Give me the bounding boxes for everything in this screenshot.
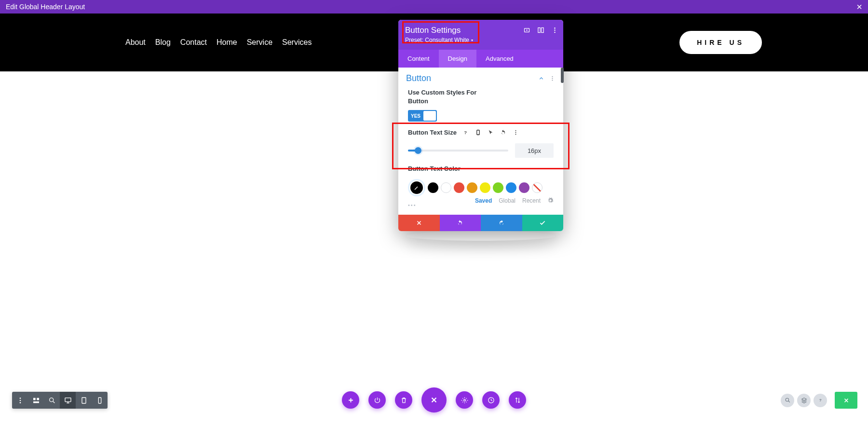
svg-point-15 [515, 134, 516, 135]
nav-link[interactable]: Blog [155, 38, 171, 47]
svg-point-17 [19, 399, 21, 401]
button-settings-panel: Button Settings Preset: Consultant White… [398, 20, 563, 231]
text-size-label: Button Text Size [408, 129, 457, 136]
more-icon[interactable] [551, 27, 558, 34]
hire-us-button[interactable]: HIRE US [679, 31, 762, 54]
trash-button[interactable] [395, 391, 412, 409]
svg-point-22 [49, 398, 53, 401]
svg-point-14 [515, 132, 516, 133]
svg-rect-2 [538, 28, 540, 33]
reset-icon[interactable] [499, 128, 507, 137]
color-swatch[interactable] [441, 182, 451, 193]
scrollbar[interactable] [561, 68, 564, 83]
confirm-button[interactable] [522, 215, 564, 231]
power-button[interactable] [368, 391, 386, 409]
color-swatch[interactable] [493, 182, 503, 193]
help-icon[interactable]: ? [814, 394, 827, 407]
desktop-icon[interactable] [60, 392, 76, 409]
svg-point-5 [554, 29, 556, 31]
zoom-icon[interactable] [44, 392, 60, 409]
svg-point-12 [478, 134, 478, 134]
redo-button[interactable] [481, 215, 522, 231]
text-size-input[interactable] [515, 143, 554, 158]
add-button[interactable] [342, 391, 359, 409]
nav-link[interactable]: Service [247, 38, 272, 47]
more-icon[interactable] [512, 128, 520, 137]
hover-icon[interactable] [487, 128, 495, 137]
color-tab-global[interactable]: Global [499, 197, 515, 204]
history-button[interactable] [482, 391, 500, 409]
svg-text:?: ? [819, 398, 821, 402]
color-tab-recent[interactable]: Recent [522, 197, 541, 204]
page-title: Edit Global Header Layout [6, 3, 85, 11]
nav-link[interactable]: Home [217, 38, 237, 47]
svg-point-18 [19, 402, 21, 403]
toggle-knob [423, 111, 436, 121]
view-toolbar [12, 392, 108, 409]
panel-header[interactable]: Button Settings Preset: Consultant White [398, 20, 563, 50]
builder-actions [342, 387, 526, 413]
section-title-button[interactable]: Button [406, 73, 431, 83]
svg-point-6 [554, 32, 556, 33]
color-swatch[interactable] [454, 182, 464, 193]
settings-button[interactable] [456, 391, 473, 409]
builder-right-actions: ? [781, 392, 857, 409]
wireframe-icon[interactable] [28, 392, 44, 409]
panel-tabs: Content Design Advanced [398, 50, 563, 68]
color-picker-button[interactable] [408, 179, 425, 196]
chevron-up-icon[interactable] [538, 75, 544, 82]
gear-icon[interactable] [547, 197, 554, 204]
nav-link[interactable]: Contact [180, 38, 207, 47]
more-icon[interactable] [12, 392, 28, 409]
nav-link[interactable]: Services [282, 38, 312, 47]
svg-point-9 [552, 80, 553, 81]
more-colors[interactable]: ••• [408, 202, 417, 208]
close-builder-button[interactable] [421, 387, 447, 413]
help-icon[interactable]: ? [461, 128, 470, 137]
toggle-yes-label: YES [411, 113, 420, 119]
tab-advanced[interactable]: Advanced [476, 50, 523, 68]
custom-styles-toggle[interactable]: YES [408, 110, 437, 122]
columns-icon[interactable] [537, 27, 544, 34]
svg-rect-25 [98, 398, 101, 403]
svg-point-26 [463, 399, 465, 401]
custom-styles-label: Use Custom Styles For Button [408, 88, 488, 105]
svg-rect-24 [82, 398, 86, 403]
responsive-icon[interactable] [523, 27, 530, 34]
text-color-label: Button Text Color [408, 165, 554, 173]
color-swatch[interactable] [519, 182, 529, 193]
nav-link[interactable]: About [125, 38, 146, 47]
svg-text:?: ? [464, 130, 467, 135]
layers-icon[interactable] [797, 394, 811, 407]
svg-rect-21 [33, 401, 39, 403]
tab-design[interactable]: Design [439, 50, 476, 68]
text-size-slider[interactable] [408, 150, 508, 152]
tab-content[interactable]: Content [398, 50, 439, 68]
svg-point-1 [526, 29, 528, 31]
search-icon[interactable] [781, 394, 794, 407]
color-swatch[interactable] [428, 182, 438, 193]
more-icon[interactable] [549, 75, 556, 82]
preset-dropdown[interactable]: Preset: Consultant White [405, 37, 473, 43]
svg-point-16 [19, 398, 21, 399]
svg-point-8 [552, 78, 553, 79]
tablet-icon[interactable] [76, 392, 92, 409]
phone-icon[interactable] [474, 128, 482, 137]
svg-point-28 [786, 398, 789, 401]
color-tab-saved[interactable]: Saved [475, 197, 492, 204]
mobile-icon[interactable] [92, 392, 108, 409]
color-swatch[interactable] [506, 182, 516, 193]
sort-button[interactable] [509, 391, 526, 409]
discard-button[interactable] [398, 215, 440, 231]
save-close-button[interactable] [835, 392, 857, 409]
svg-point-4 [554, 28, 556, 29]
svg-rect-23 [65, 398, 71, 401]
color-swatch[interactable] [480, 182, 490, 193]
close-icon[interactable]: × [856, 1, 862, 13]
color-swatch[interactable] [467, 182, 477, 193]
svg-rect-3 [542, 28, 543, 33]
color-swatch-none[interactable] [532, 182, 542, 193]
svg-point-13 [515, 130, 516, 131]
undo-button[interactable] [440, 215, 481, 231]
svg-point-7 [552, 76, 553, 77]
